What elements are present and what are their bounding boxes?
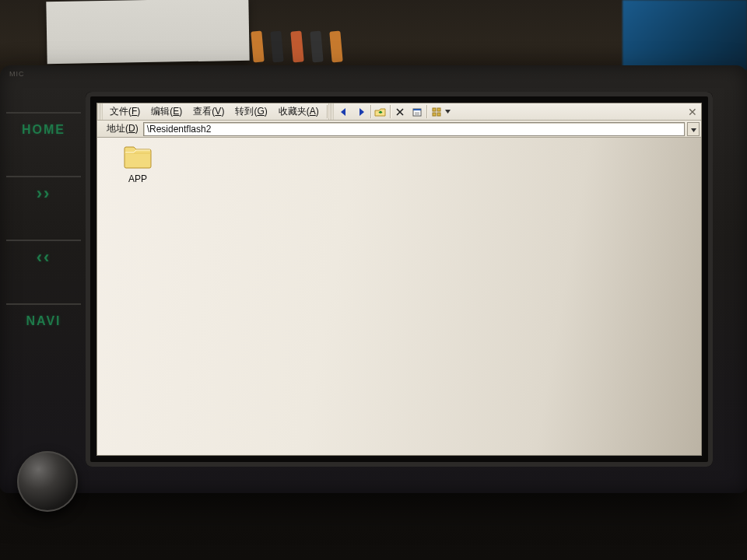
svg-rect-2 bbox=[433, 108, 436, 111]
menu-edit-mnemonic: E bbox=[173, 106, 179, 117]
svg-rect-1 bbox=[413, 109, 421, 110]
views-button[interactable] bbox=[428, 104, 445, 120]
up-folder-icon bbox=[374, 107, 387, 117]
properties-icon bbox=[412, 107, 423, 117]
address-label-mnemonic: D bbox=[128, 123, 135, 134]
toolbar-separator bbox=[390, 105, 391, 118]
file-list-pane[interactable]: APP bbox=[97, 138, 701, 455]
hardware-button-column: HOME ›› ‹‹ NAVI bbox=[6, 112, 81, 338]
photo-background: MIC HOME ›› ‹‹ NAVI 文件(F) 编辑(E) bbox=[0, 0, 747, 560]
svg-rect-3 bbox=[437, 108, 440, 111]
close-button[interactable]: ✕ bbox=[684, 103, 701, 120]
svg-rect-5 bbox=[437, 113, 440, 116]
background-tools bbox=[249, 31, 389, 62]
menu-edit[interactable]: 编辑(E) bbox=[146, 103, 188, 121]
toolbar-separator bbox=[327, 105, 328, 118]
folder-item[interactable]: APP bbox=[110, 145, 166, 184]
toolbar-separator bbox=[370, 105, 371, 118]
menu-fav-label: 收藏夹 bbox=[279, 106, 307, 117]
car-head-unit: MIC HOME ›› ‹‹ NAVI 文件(F) 编辑(E) bbox=[0, 65, 747, 493]
views-icon bbox=[431, 107, 442, 117]
nav-toolbar bbox=[334, 103, 452, 120]
svg-rect-4 bbox=[433, 113, 436, 116]
menu-view[interactable]: 查看(V) bbox=[188, 103, 230, 121]
menu-view-mnemonic: V bbox=[215, 106, 221, 117]
toolbar-separator bbox=[426, 105, 427, 118]
menu-file-mnemonic: F bbox=[132, 106, 137, 117]
hw-back-button[interactable]: ‹‹ bbox=[6, 240, 81, 274]
delete-icon bbox=[395, 107, 405, 117]
address-path-text: \Residentflash2 bbox=[147, 124, 212, 135]
menu-goto-label: 转到 bbox=[235, 106, 254, 117]
chevron-down-icon bbox=[691, 124, 696, 135]
mic-label: MIC bbox=[9, 70, 25, 78]
address-dropdown-button[interactable] bbox=[687, 122, 700, 136]
back-button[interactable] bbox=[335, 104, 352, 120]
chevron-down-icon bbox=[445, 110, 451, 114]
command-bar: 文件(F) 编辑(E) 查看(V) 转到(G) 收藏夹(A) bbox=[97, 103, 701, 121]
menu-goto-mnemonic: G bbox=[257, 106, 264, 117]
back-icon bbox=[338, 107, 349, 117]
rebar-grip[interactable] bbox=[328, 103, 334, 120]
folder-icon bbox=[123, 160, 153, 171]
address-label: 地址(D) bbox=[103, 122, 142, 135]
menu-goto[interactable]: 转到(G) bbox=[230, 103, 272, 121]
file-explorer-window: 文件(F) 编辑(E) 查看(V) 转到(G) 收藏夹(A) bbox=[96, 103, 702, 456]
background-paper bbox=[46, 0, 249, 64]
forward-button[interactable] bbox=[352, 104, 370, 120]
delete-button[interactable] bbox=[391, 104, 409, 120]
views-dropdown[interactable] bbox=[445, 104, 451, 120]
close-icon: ✕ bbox=[688, 106, 697, 118]
address-bar: 地址(D) \Residentflash2 bbox=[97, 121, 701, 138]
up-one-level-button[interactable] bbox=[372, 104, 389, 120]
menu-file-label: 文件 bbox=[110, 106, 128, 117]
properties-button[interactable] bbox=[409, 104, 426, 120]
rebar-grip[interactable] bbox=[97, 103, 103, 120]
menu-favorites[interactable]: 收藏夹(A) bbox=[273, 103, 324, 121]
hw-home-button[interactable]: HOME bbox=[6, 112, 81, 146]
screen-bezel: 文件(F) 编辑(E) 查看(V) 转到(G) 收藏夹(A) bbox=[86, 92, 713, 467]
volume-knob[interactable] bbox=[17, 451, 78, 512]
menu-fav-mnemonic: A bbox=[310, 106, 316, 117]
menu-view-label: 查看 bbox=[193, 106, 212, 117]
hw-navi-button[interactable]: NAVI bbox=[6, 303, 81, 338]
menubar: 文件(F) 编辑(E) 查看(V) 转到(G) 收藏夹(A) bbox=[103, 103, 326, 120]
address-label-text: 地址 bbox=[107, 123, 125, 134]
forward-icon bbox=[356, 107, 366, 117]
address-input[interactable]: \Residentflash2 bbox=[143, 122, 685, 136]
menu-file[interactable]: 文件(F) bbox=[104, 103, 146, 121]
menu-edit-label: 编辑 bbox=[151, 106, 170, 117]
folder-item-label: APP bbox=[110, 173, 166, 184]
hw-forward-button[interactable]: ›› bbox=[6, 176, 81, 210]
